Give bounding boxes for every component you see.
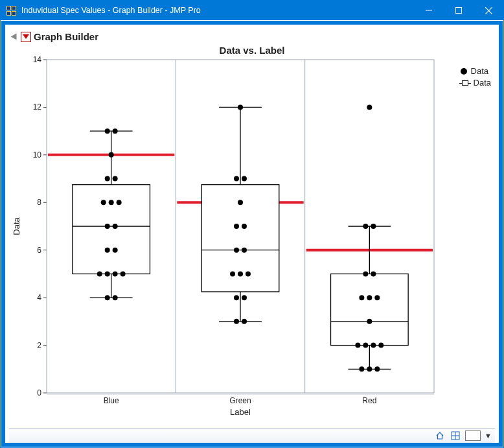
legend-boxplot-icon bbox=[461, 80, 470, 86]
svg-text:6: 6 bbox=[37, 246, 41, 255]
app-window: Induvidual Spec Values - Graph Builder -… bbox=[0, 0, 504, 448]
svg-point-62 bbox=[234, 176, 239, 182]
svg-rect-30 bbox=[73, 185, 150, 274]
chart-area[interactable]: Data vs. Label Data02468101214BlueGreenR… bbox=[9, 43, 495, 428]
svg-point-50 bbox=[113, 271, 118, 276]
svg-point-86 bbox=[363, 271, 368, 276]
svg-point-74 bbox=[234, 319, 239, 324]
svg-point-83 bbox=[367, 104, 372, 110]
svg-point-75 bbox=[242, 319, 247, 324]
status-bar: ▼ bbox=[9, 428, 495, 443]
svg-point-93 bbox=[363, 343, 368, 348]
svg-point-68 bbox=[242, 248, 247, 253]
boxplot-chart: Data02468101214BlueGreenRedLabel bbox=[9, 56, 488, 424]
legend: Data Data bbox=[461, 65, 491, 89]
minimize-button[interactable] bbox=[414, 1, 444, 20]
svg-text:Label: Label bbox=[230, 407, 251, 417]
svg-point-88 bbox=[359, 295, 364, 300]
svg-text:14: 14 bbox=[33, 56, 42, 64]
svg-point-84 bbox=[363, 224, 368, 229]
chart-title: Data vs. Label bbox=[9, 43, 495, 56]
svg-text:Blue: Blue bbox=[104, 396, 119, 405]
svg-point-38 bbox=[109, 152, 114, 158]
section-title: Graph Builder bbox=[34, 31, 98, 42]
svg-point-89 bbox=[367, 295, 372, 300]
client-area: Graph Builder Data vs. Label Data0246810… bbox=[1, 21, 503, 447]
svg-point-41 bbox=[101, 200, 106, 205]
background-swatch[interactable] bbox=[465, 430, 481, 441]
titlebar[interactable]: Induvidual Spec Values - Graph Builder -… bbox=[1, 1, 503, 20]
disclosure-triangle-icon[interactable] bbox=[11, 34, 17, 40]
svg-text:0: 0 bbox=[37, 388, 41, 397]
svg-point-94 bbox=[371, 343, 376, 348]
svg-point-65 bbox=[234, 224, 239, 229]
svg-point-67 bbox=[234, 248, 239, 253]
svg-text:8: 8 bbox=[37, 198, 41, 207]
svg-text:Red: Red bbox=[362, 396, 376, 405]
home-icon[interactable] bbox=[434, 430, 446, 442]
svg-point-72 bbox=[234, 295, 239, 300]
layout-grid-icon[interactable] bbox=[450, 430, 461, 442]
svg-text:2: 2 bbox=[37, 341, 41, 350]
svg-point-70 bbox=[238, 271, 243, 276]
svg-point-90 bbox=[374, 295, 380, 300]
svg-text:12: 12 bbox=[33, 102, 42, 112]
svg-point-36 bbox=[105, 128, 110, 134]
svg-point-49 bbox=[105, 271, 110, 276]
svg-point-47 bbox=[113, 248, 118, 253]
red-triangle-menu-icon[interactable] bbox=[21, 32, 31, 42]
window-title: Induvidual Spec Values - Graph Builder -… bbox=[21, 6, 414, 15]
background-dropdown-icon[interactable]: ▼ bbox=[485, 432, 491, 440]
legend-label-2: Data bbox=[474, 77, 491, 89]
svg-text:Data: Data bbox=[12, 217, 21, 235]
svg-point-64 bbox=[238, 200, 243, 205]
svg-point-37 bbox=[113, 128, 118, 134]
svg-point-91 bbox=[367, 319, 372, 324]
svg-point-42 bbox=[109, 200, 114, 205]
app-icon bbox=[6, 5, 16, 16]
legend-points-icon bbox=[461, 68, 467, 75]
svg-point-85 bbox=[371, 224, 376, 229]
svg-text:10: 10 bbox=[33, 150, 42, 159]
svg-point-51 bbox=[120, 271, 126, 276]
svg-text:4: 4 bbox=[37, 293, 41, 302]
close-button[interactable] bbox=[474, 1, 503, 20]
svg-point-95 bbox=[378, 343, 384, 348]
svg-point-61 bbox=[238, 104, 243, 110]
svg-point-69 bbox=[230, 271, 235, 276]
svg-point-98 bbox=[374, 366, 380, 371]
svg-point-71 bbox=[246, 271, 251, 276]
svg-point-73 bbox=[242, 295, 247, 300]
legend-label-1: Data bbox=[471, 65, 488, 77]
svg-point-97 bbox=[367, 366, 372, 371]
svg-point-45 bbox=[113, 224, 118, 229]
svg-text:Green: Green bbox=[229, 396, 251, 405]
svg-point-48 bbox=[97, 271, 102, 276]
svg-point-96 bbox=[359, 366, 364, 371]
svg-point-63 bbox=[242, 176, 247, 182]
svg-point-66 bbox=[242, 224, 247, 229]
svg-point-46 bbox=[105, 248, 110, 253]
maximize-button[interactable] bbox=[444, 1, 474, 20]
svg-point-43 bbox=[117, 200, 122, 205]
svg-rect-77 bbox=[331, 274, 409, 345]
svg-point-87 bbox=[371, 271, 376, 276]
svg-rect-1 bbox=[456, 8, 462, 14]
svg-point-92 bbox=[355, 343, 360, 348]
svg-point-40 bbox=[113, 176, 118, 182]
svg-point-39 bbox=[105, 176, 110, 182]
svg-point-53 bbox=[113, 295, 118, 300]
section-header: Graph Builder bbox=[9, 29, 495, 43]
svg-point-52 bbox=[105, 295, 110, 300]
svg-point-44 bbox=[105, 224, 110, 229]
